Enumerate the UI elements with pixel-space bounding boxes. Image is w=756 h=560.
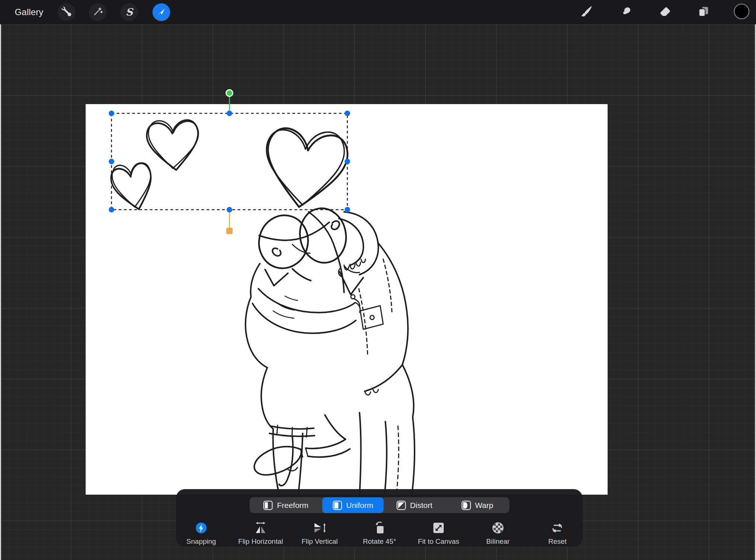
selection-bounds[interactable] [111, 113, 347, 210]
handle-bottom-left[interactable] [109, 207, 114, 213]
fit-to-canvas-button[interactable]: Fit to Canvas [407, 520, 470, 546]
couple-line-art [245, 205, 415, 495]
fit-to-canvas-icon [407, 520, 470, 536]
smudge-tool-button[interactable] [618, 3, 636, 21]
uniform-mode-icon [333, 501, 342, 510]
top-toolbar: Gallery S [0, 0, 756, 24]
action-label: Rotate 45° [348, 537, 411, 546]
adjustments-button[interactable] [89, 3, 107, 21]
actions-button[interactable] [58, 3, 75, 21]
action-label: Reset [526, 537, 589, 546]
flip-horizontal-icon [229, 520, 292, 536]
handle-top-right[interactable] [345, 111, 350, 116]
mode-distort[interactable]: Distort [384, 497, 445, 513]
brush-icon [581, 6, 592, 18]
rotate-45-button[interactable]: Rotate 45° [348, 520, 411, 546]
adjust-handle[interactable] [226, 228, 233, 234]
transform-button[interactable] [152, 3, 170, 21]
action-label: Bilinear [467, 537, 529, 546]
distort-mode-icon [396, 501, 406, 510]
smudge-icon [622, 6, 632, 18]
flip-vertical-icon [288, 520, 351, 536]
rotate-45-icon [348, 520, 411, 536]
reset-icon [526, 520, 589, 536]
transform-mode-segmented-control: Freeform Uniform Distort [250, 497, 509, 513]
flip-horizontal-button[interactable]: Flip Horizontal [229, 520, 292, 546]
layers-icon [698, 6, 709, 18]
bilinear-icon [467, 520, 529, 536]
mode-warp[interactable]: Warp [445, 497, 509, 513]
reset-button[interactable]: Reset [526, 520, 589, 546]
mode-label: Warp [475, 501, 493, 510]
selection-icon: S [126, 6, 133, 18]
flip-vertical-button[interactable]: Flip Vertical [288, 520, 351, 546]
mode-label: Distort [410, 501, 433, 510]
transform-arrow-icon [157, 7, 166, 18]
mode-label: Freeform [277, 501, 308, 510]
handle-top-center[interactable] [227, 111, 232, 116]
left-edge-strip [0, 24, 1, 560]
eraser-tool-button[interactable] [656, 3, 674, 21]
wrench-icon [62, 7, 71, 18]
procreate-transform-screen: Gallery S [0, 0, 756, 560]
transform-panel: Freeform Uniform Distort [176, 489, 583, 547]
warp-mode-icon [461, 501, 471, 510]
selection-node-handles[interactable] [109, 111, 350, 213]
bilinear-button[interactable]: Bilinear [467, 520, 529, 546]
rotate-handle[interactable] [226, 90, 233, 96]
snapping-icon [170, 520, 233, 536]
transform-selection-overlay [103, 85, 354, 247]
handle-mid-right[interactable] [345, 159, 350, 164]
action-label: Flip Horizontal [229, 537, 292, 546]
action-label: Fit to Canvas [407, 537, 470, 546]
handle-mid-left[interactable] [109, 159, 114, 164]
magic-wand-icon [93, 7, 103, 18]
layers-button[interactable] [695, 3, 712, 21]
mode-label: Uniform [346, 501, 374, 510]
handle-bottom-center[interactable] [227, 207, 232, 213]
color-swatch [733, 3, 750, 21]
color-button[interactable] [733, 3, 750, 21]
freeform-mode-icon [263, 501, 273, 510]
mode-freeform[interactable]: Freeform [250, 497, 322, 513]
eraser-icon [660, 6, 670, 18]
handle-top-left[interactable] [109, 111, 114, 116]
action-label: Snapping [170, 537, 233, 546]
handle-bottom-right[interactable] [345, 207, 350, 213]
snapping-button[interactable]: Snapping [170, 520, 233, 546]
gallery-button[interactable]: Gallery [15, 0, 43, 24]
action-label: Flip Vertical [288, 537, 351, 546]
selection-button[interactable]: S [120, 3, 138, 21]
mode-uniform[interactable]: Uniform [322, 497, 384, 513]
brush-tool-button[interactable] [578, 3, 595, 21]
